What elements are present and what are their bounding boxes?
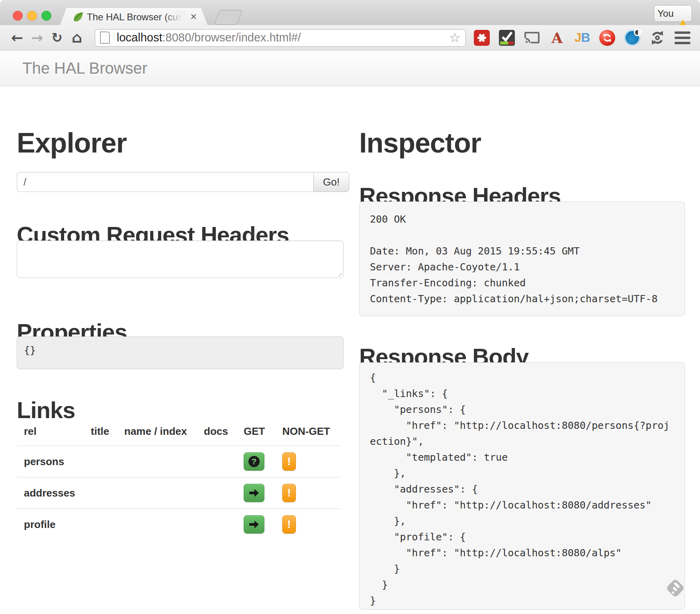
get-button[interactable]: ? <box>244 452 264 471</box>
col-title: title <box>84 414 117 446</box>
title-cell <box>84 446 117 477</box>
arrow-right-icon <box>249 489 259 497</box>
question-icon: ? <box>248 456 260 467</box>
col-rel: rel <box>17 414 84 446</box>
get-button[interactable]: ? <box>244 515 264 534</box>
links-table: rel title name / index docs GET NON-GET … <box>17 414 341 540</box>
custom-request-headers-textarea[interactable] <box>17 241 344 278</box>
home-button[interactable]: ⌂ <box>69 26 84 50</box>
get-button[interactable]: ? <box>244 484 264 502</box>
name-index-cell <box>117 509 197 540</box>
extension-icons-row: A JB <box>474 30 690 46</box>
you-label: You <box>657 8 674 19</box>
jetbrains-extension-icon[interactable]: JB <box>574 30 590 46</box>
response-body-box: { "_links": { "persons": { "href": "http… <box>359 362 685 610</box>
spring-leaf-favicon <box>72 11 84 23</box>
letter-j: J <box>575 30 581 45</box>
cast-icon <box>524 30 540 46</box>
warning-triangle-icon: ! <box>677 9 688 18</box>
back-button[interactable]: ← <box>10 26 25 50</box>
site-navbar: The HAL Browser <box>0 51 700 86</box>
link-row-profile: profile ? ! <box>17 509 341 540</box>
non-get-button[interactable]: ! <box>282 452 296 471</box>
window-minimize-button[interactable] <box>27 11 37 21</box>
tab-strip: The HAL Browser (customiz × You ! <box>0 0 700 25</box>
asterisk-icon <box>474 30 490 46</box>
rel-label: addresses <box>17 477 84 509</box>
reload-button[interactable]: ↻ <box>49 26 65 50</box>
address-bar[interactable]: localhost:8080/browser/index.html#/ ☆ <box>95 29 466 47</box>
site-brand: The HAL Browser <box>22 51 147 86</box>
name-index-cell <box>117 446 197 477</box>
profile-you-button[interactable]: You ! <box>654 5 692 22</box>
url-path: :8080/browser/index.html#/ <box>162 31 301 44</box>
window-zoom-button[interactable] <box>41 11 51 21</box>
links-table-header-row: rel title name / index docs GET NON-GET <box>17 414 341 446</box>
hal-browser-screenshot: { "chrome": { "tab_title": "The HAL Brow… <box>0 0 700 614</box>
rel-label: profile <box>17 509 84 540</box>
window-close-button[interactable] <box>13 11 23 21</box>
browser-tab[interactable]: The HAL Browser (customiz × <box>60 8 208 26</box>
docs-cell <box>197 446 237 477</box>
status-stripes <box>500 41 514 45</box>
link-row-addresses: addresses ? ! <box>17 477 341 509</box>
lastpass-extension-icon[interactable] <box>474 30 490 46</box>
tab-title-fade <box>164 10 186 25</box>
refresh-arrows-icon <box>602 32 613 43</box>
docs-cell <box>197 509 237 540</box>
response-headers-box: 200 OK Date: Mon, 03 Aug 2015 19:55:45 G… <box>359 201 685 316</box>
link-row-persons: persons ? ! <box>17 446 341 477</box>
non-get-button[interactable]: ! <box>282 484 296 502</box>
exclamation-icon: ! <box>287 487 291 499</box>
explorer-address-input[interactable] <box>17 172 313 192</box>
chromecast-extension-icon[interactable] <box>524 30 540 46</box>
inspector-heading: Inspector <box>359 129 481 158</box>
rel-label: persons <box>17 446 84 477</box>
col-name-index: name / index <box>117 414 197 446</box>
exclamation-icon: ! <box>287 456 291 468</box>
history-sync-extension-icon[interactable] <box>649 30 665 46</box>
url-text: localhost:8080/browser/index.html#/ <box>117 31 301 44</box>
arrow-right-icon <box>249 520 259 529</box>
title-cell <box>84 509 117 540</box>
contrast-dot-icon <box>634 29 641 36</box>
rotate-arrows-icon <box>649 30 665 46</box>
page-icon <box>100 31 110 44</box>
col-non-get: NON-GET <box>275 414 341 446</box>
go-button[interactable]: Go! <box>313 172 349 192</box>
docs-cell <box>197 477 237 509</box>
forward-button[interactable]: → <box>29 26 45 50</box>
bookmark-star-icon[interactable]: ☆ <box>449 30 461 45</box>
checker-extension-icon[interactable] <box>499 30 515 46</box>
col-docs: docs <box>197 414 237 446</box>
blue-circle-extension-icon[interactable] <box>624 30 640 46</box>
new-tab-button[interactable] <box>214 10 243 25</box>
tab-close-icon[interactable]: × <box>190 11 197 23</box>
title-cell <box>84 477 117 509</box>
properties-value: {} <box>24 344 36 356</box>
col-get: GET <box>237 414 275 446</box>
letter-a-extension-icon[interactable]: A <box>549 30 565 46</box>
explorer-heading: Explorer <box>17 129 127 158</box>
browser-toolbar: ← → ↻ ⌂ localhost:8080/browser/index.htm… <box>0 25 700 51</box>
red-sync-extension-icon[interactable] <box>599 30 615 46</box>
non-get-button[interactable]: ! <box>282 515 296 534</box>
properties-box[interactable]: {} <box>17 336 344 369</box>
url-host: localhost <box>117 31 162 44</box>
chrome-menu-button[interactable] <box>675 30 690 46</box>
letter-b: B <box>581 30 590 45</box>
exclamation-icon: ! <box>287 518 291 531</box>
name-index-cell <box>117 477 197 509</box>
letter-a: A <box>551 29 563 46</box>
